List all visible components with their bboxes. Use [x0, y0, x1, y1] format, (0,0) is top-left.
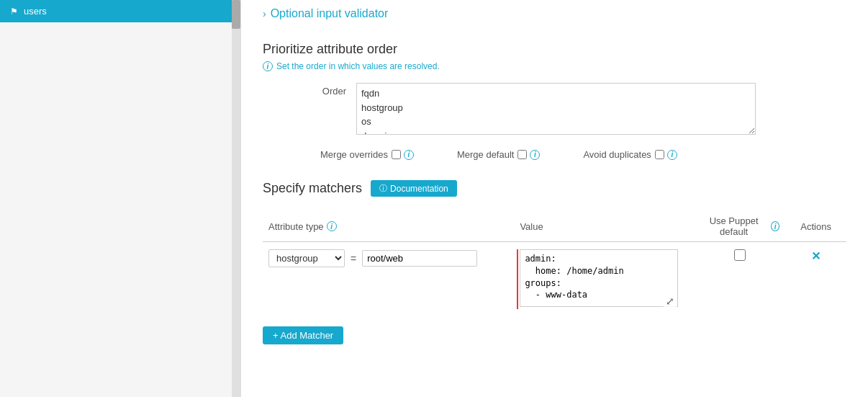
avoid-duplicates-group: Avoid duplicates i: [583, 149, 677, 160]
attribute-type-select[interactable]: hostgroup fqdn os domain: [268, 249, 345, 267]
avoid-duplicates-label: Avoid duplicates: [583, 149, 651, 160]
specify-matchers-section: Specify matchers ⓘ Documentation Attribu…: [263, 180, 846, 344]
sidebar-scrollbar: [232, 0, 240, 397]
table-header-row: Attribute type i Value Use Puppet defaul…: [263, 211, 846, 242]
value-textarea[interactable]: admin: home: /home/admin groups: - www-d…: [520, 249, 678, 307]
order-row: Order fqdn hostgroup os domain: [263, 83, 846, 135]
attribute-type-cell: hostgroup fqdn os domain =: [263, 242, 514, 317]
merge-default-checkbox[interactable]: [517, 150, 527, 159]
order-textarea[interactable]: fqdn hostgroup os domain: [356, 83, 756, 135]
matchers-table: Attribute type i Value Use Puppet defaul…: [263, 211, 846, 316]
flag-icon: ⚑: [10, 6, 18, 17]
prioritize-info: i Set the order in which values are reso…: [263, 61, 846, 71]
puppet-default-checkbox[interactable]: [734, 249, 746, 261]
merge-default-label: Merge default: [457, 149, 515, 160]
attribute-value-input[interactable]: [362, 250, 477, 267]
value-cell: admin: home: /home/admin groups: - www-d…: [514, 242, 694, 317]
merge-default-group: Merge default i: [457, 149, 541, 160]
merge-default-info-icon[interactable]: i: [530, 150, 540, 160]
main-content: › Optional input validator Prioritize at…: [241, 0, 868, 397]
chevron-right-icon: ›: [263, 8, 266, 19]
col-attribute-label: Attribute type: [268, 221, 324, 232]
puppet-default-info-icon[interactable]: i: [771, 221, 779, 231]
prioritize-section: Prioritize attribute order i Set the ord…: [263, 42, 846, 160]
avoid-duplicates-info-icon[interactable]: i: [667, 150, 677, 160]
col-value-header: Value: [514, 211, 694, 242]
matcher-attribute-group: hostgroup fqdn os domain =: [268, 249, 508, 267]
matchers-title: Specify matchers: [263, 181, 362, 196]
prioritize-title: Prioritize attribute order: [263, 42, 846, 57]
checkboxes-row: Merge overrides i Merge default i Avoid …: [263, 149, 846, 160]
merge-overrides-info-icon[interactable]: i: [404, 150, 414, 160]
matchers-header: Specify matchers ⓘ Documentation: [263, 180, 846, 197]
col-puppet-header: Use Puppet default i: [694, 211, 785, 242]
col-puppet-label: Use Puppet default: [700, 215, 768, 237]
order-label: Order: [263, 83, 356, 97]
documentation-button[interactable]: ⓘ Documentation: [371, 180, 457, 197]
add-matcher-button[interactable]: + Add Matcher: [263, 326, 343, 344]
prioritize-info-text: Set the order in which values are resolv…: [276, 61, 440, 71]
sidebar: ⚑ users: [0, 0, 241, 397]
merge-overrides-group: Merge overrides i: [320, 149, 414, 160]
col-attribute-header: Attribute type i: [263, 211, 514, 242]
delete-button[interactable]: ✕: [811, 249, 820, 263]
optional-validator-section[interactable]: › Optional input validator: [263, 7, 846, 20]
col-actions-header: Actions: [785, 211, 846, 242]
attribute-type-info-icon[interactable]: i: [327, 221, 337, 231]
equals-sign: =: [351, 253, 356, 264]
puppet-default-cell: [694, 242, 785, 317]
info-icon: i: [263, 61, 273, 71]
documentation-label: Documentation: [390, 184, 448, 194]
avoid-duplicates-checkbox[interactable]: [655, 150, 664, 159]
doc-icon: ⓘ: [379, 183, 387, 194]
merge-overrides-label: Merge overrides: [320, 149, 388, 160]
optional-validator-label: Optional input validator: [271, 7, 389, 20]
actions-cell: ✕: [785, 242, 846, 317]
red-line-indicator: [517, 249, 518, 309]
sidebar-scrollbar-thumb: [232, 0, 240, 29]
sidebar-item-users[interactable]: ⚑ users: [0, 0, 240, 22]
expand-icon[interactable]: ⤢: [664, 295, 677, 308]
merge-overrides-checkbox[interactable]: [392, 150, 401, 159]
table-row: hostgroup fqdn os domain = admi: [263, 242, 846, 317]
sidebar-users-label: users: [24, 6, 47, 17]
value-textarea-wrapper: admin: home: /home/admin groups: - www-d…: [520, 249, 678, 309]
